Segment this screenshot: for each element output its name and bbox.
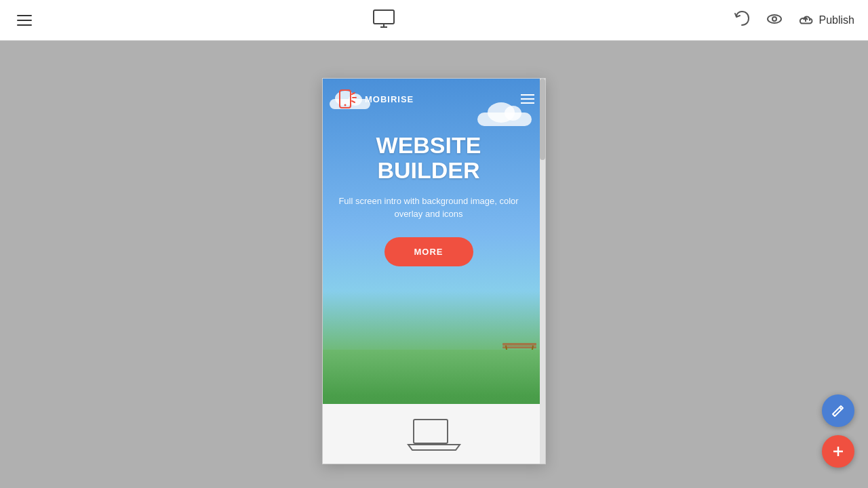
svg-line-7 (352, 93, 355, 94)
svg-point-3 (768, 15, 781, 23)
toolbar-center (372, 7, 396, 34)
site-nav: MOBIRISE (323, 79, 545, 119)
device-scrollbar[interactable] (540, 79, 545, 464)
hero-more-button[interactable]: MORE (384, 237, 473, 266)
site-nav-hamburger[interactable] (521, 94, 534, 104)
monitor-icon[interactable] (372, 7, 396, 34)
hero-title-line1: WEBSITE (376, 132, 481, 158)
laptop-outline-icon (407, 416, 461, 453)
hero-title: WEBSITE BUILDER (330, 133, 528, 184)
edit-fab-button[interactable] (822, 394, 854, 427)
svg-rect-11 (502, 343, 536, 346)
site-logo-text: MOBIRISE (365, 94, 414, 104)
preview-eye-icon[interactable] (765, 9, 784, 31)
hero-title-line2: BUILDER (377, 157, 479, 183)
svg-rect-12 (502, 346, 536, 348)
svg-rect-17 (414, 420, 448, 443)
scrollbar-thumb[interactable] (540, 79, 545, 160)
site-hero-section: MOBIRISE WEBSITE BUILDER Full screen int… (323, 79, 545, 464)
svg-rect-0 (374, 10, 394, 24)
hamburger-menu-button[interactable] (14, 12, 35, 29)
svg-point-6 (344, 104, 347, 106)
website-content: MOBIRISE WEBSITE BUILDER Full screen int… (323, 79, 545, 464)
add-fab-button[interactable] (822, 435, 854, 468)
toolbar-left (14, 12, 35, 29)
svg-point-4 (772, 17, 776, 21)
undo-icon[interactable] (732, 9, 751, 31)
hero-text-area: WEBSITE BUILDER Full screen intro with b… (323, 133, 534, 266)
publish-button[interactable]: Publish (797, 11, 854, 30)
svg-line-9 (352, 101, 355, 102)
canvas-area: MOBIRISE WEBSITE BUILDER Full screen int… (0, 41, 868, 488)
logo-icon (334, 86, 359, 112)
publish-label: Publish (819, 14, 854, 26)
toolbar-right: Publish (732, 9, 854, 31)
device-preview-frame: MOBIRISE WEBSITE BUILDER Full screen int… (322, 78, 546, 464)
hero-subtitle: Full screen intro with background image,… (330, 195, 528, 221)
site-logo: MOBIRISE (334, 86, 414, 112)
cloud-upload-icon (797, 11, 814, 30)
site-bottom-section (323, 404, 545, 464)
toolbar: Publish (0, 0, 868, 41)
fab-container (822, 394, 854, 468)
